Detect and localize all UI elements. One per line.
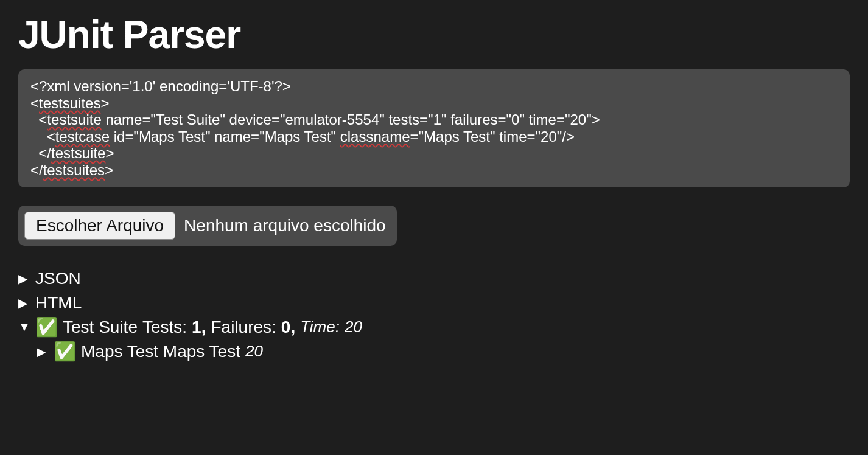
tree-item-label: HTML xyxy=(35,293,82,313)
tree-item-json[interactable]: ▶ JSON xyxy=(18,269,850,288)
tests-label: Tests: xyxy=(142,318,187,337)
testcase-name: Maps Test Maps Test xyxy=(81,342,240,361)
xml-line: </testsuites> xyxy=(30,162,113,178)
tree-item-label: JSON xyxy=(35,269,81,288)
tests-value: 1, xyxy=(192,318,206,337)
chevron-right-icon: ▶ xyxy=(18,296,30,310)
tree-item-testcase[interactable]: ▶ ✅ Maps Test Maps Test 20 xyxy=(37,342,850,361)
failures-value: 0, xyxy=(281,318,295,337)
chevron-down-icon: ▼ xyxy=(18,320,30,334)
check-icon: ✅ xyxy=(54,342,76,361)
xml-line: <testsuite name="Test Suite" device="emu… xyxy=(30,111,600,128)
xml-line: <?xml version='1.0' encoding='UTF-8'?> xyxy=(30,78,291,94)
file-picker: Escolher Arquivo Nenhum arquivo escolhid… xyxy=(18,206,397,246)
testcase-time: 20 xyxy=(245,342,263,361)
failures-label: Failures: xyxy=(211,318,276,337)
time-label: Time: xyxy=(300,318,340,336)
choose-file-button[interactable]: Escolher Arquivo xyxy=(24,212,175,240)
chevron-right-icon: ▶ xyxy=(37,344,49,359)
suite-name: Test Suite xyxy=(63,318,138,337)
time-value: 20 xyxy=(345,318,362,336)
chevron-right-icon: ▶ xyxy=(18,271,30,286)
file-status-label: Nenhum arquivo escolhido xyxy=(184,216,386,235)
xml-textarea[interactable]: <?xml version='1.0' encoding='UTF-8'?> <… xyxy=(18,69,850,187)
tree-item-html[interactable]: ▶ HTML xyxy=(18,293,850,313)
xml-line: </testsuite> xyxy=(30,145,114,161)
check-icon: ✅ xyxy=(35,318,58,336)
results-tree: ▶ JSON ▶ HTML ▼ ✅ Test Suite Tests: 1, F… xyxy=(18,269,850,361)
page-title: JUnit Parser xyxy=(18,12,850,57)
tree-item-suite[interactable]: ▼ ✅ Test Suite Tests: 1, Failures: 0, Ti… xyxy=(18,318,850,337)
xml-line: <testsuites> xyxy=(30,95,109,111)
xml-line: <testcase id="Maps Test" name="Maps Test… xyxy=(30,128,575,145)
